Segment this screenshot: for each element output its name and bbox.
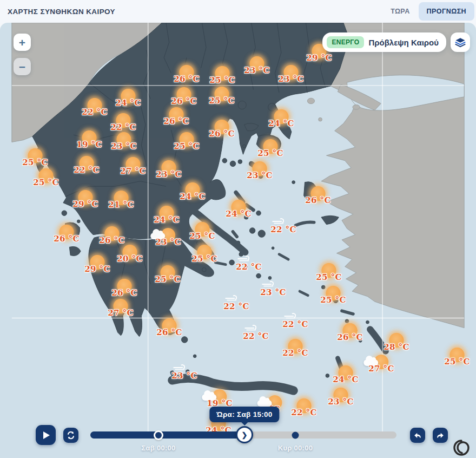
weather-marker[interactable]: 26 °C <box>60 225 74 239</box>
weather-marker[interactable]: 29 °C <box>78 190 93 205</box>
weather-marker[interactable]: 22 °C <box>288 339 303 354</box>
weather-marker[interactable]: 22 °C <box>297 398 312 413</box>
layers-button[interactable] <box>451 32 470 52</box>
weather-marker[interactable]: 28 °C <box>389 333 404 348</box>
map-canvas[interactable]: 29 °C26 °C25 °C23 °C23 °C24 °C22 °C26 °C… <box>0 23 476 458</box>
weather-marker[interactable]: 24 °C <box>232 200 246 214</box>
weather-marker[interactable]: 23 °C <box>250 56 265 71</box>
minus-icon: − <box>19 61 25 73</box>
weather-marker[interactable]: 24 °C <box>274 109 289 124</box>
temperature-label: 23 °C <box>247 171 273 180</box>
weather-marker[interactable]: 26 °C <box>162 318 177 333</box>
tab-forecast[interactable]: ΠΡΟΓΝΩΣΗ <box>419 2 474 21</box>
temperature-label: 29 °C <box>84 264 110 274</box>
play-button[interactable] <box>36 425 56 445</box>
weather-marker[interactable]: 25 °C <box>326 286 341 300</box>
time-tick-dot[interactable] <box>292 431 299 439</box>
weather-marker[interactable]: 26 °C <box>117 279 132 293</box>
temperature-label: 21 °C <box>108 200 134 210</box>
weather-map-app: ΧΑΡΤΗΣ ΣΥΝΘΗΚΩΝ ΚΑΙΡΟΥ ΤΩΡΑ ΠΡΟΓΝΩΣΗ <box>0 0 476 458</box>
weather-marker[interactable]: 24 °C <box>339 365 353 380</box>
weather-marker[interactable]: 24 °C <box>121 89 136 103</box>
weather-marker[interactable]: 26 °C <box>169 107 184 122</box>
weather-marker[interactable]: 25 °C <box>39 168 54 183</box>
weather-marker[interactable]: 27 °C <box>114 299 128 313</box>
temperature-label: 29 °C <box>306 53 332 63</box>
temperature-label: 26 °C <box>54 234 80 244</box>
step-back-button[interactable] <box>410 428 425 443</box>
time-tooltip: Ώρα: Σαβ 15:00 <box>209 407 279 422</box>
temperature-label: 23 °C <box>171 371 197 381</box>
temperature-label: 22 °C <box>110 122 136 132</box>
time-slider-fill <box>90 431 244 439</box>
weather-marker[interactable]: 25 °C <box>28 148 43 163</box>
tab-now[interactable]: ΤΩΡΑ <box>387 3 413 19</box>
weather-marker[interactable]: 26 °C <box>105 226 120 241</box>
weather-marker[interactable]: 25 °C <box>197 245 212 259</box>
temperature-label: 23 °C <box>111 141 137 151</box>
weather-marker[interactable]: 25 °C <box>161 265 175 280</box>
temperature-label: 22 °C <box>282 348 308 358</box>
weather-marker[interactable]: 22 °C <box>270 218 296 234</box>
weather-marker[interactable]: 25 °C <box>195 222 210 237</box>
forecast-layer-label: Πρόβλεψη Καιρού <box>368 38 439 47</box>
weather-marker[interactable]: 27 °C <box>368 355 394 374</box>
weather-marker[interactable]: 22 °C <box>243 325 269 341</box>
temperature-label: 28 °C <box>384 342 409 352</box>
temperature-label: 25 °C <box>33 178 59 187</box>
weather-marker[interactable]: 25 °C <box>322 263 336 278</box>
temperature-label: 23 °C <box>260 287 286 297</box>
weather-marker[interactable]: 23 °C <box>171 364 197 381</box>
weather-marker[interactable]: 22 °C <box>88 98 102 113</box>
weather-marker[interactable]: 23 °C <box>253 161 267 176</box>
weather-marker[interactable]: 20 °C <box>123 245 137 259</box>
weather-marker[interactable]: 23 °C <box>284 65 299 80</box>
weather-marker[interactable]: 22 °C <box>282 313 308 329</box>
wind-icon <box>244 325 256 331</box>
weather-marker[interactable]: 26 °C <box>180 65 194 80</box>
weather-marker[interactable]: 23 °C <box>260 281 286 297</box>
weather-marker[interactable]: 19 °C <box>207 389 233 408</box>
temperature-label: 27 °C <box>368 364 394 374</box>
temperature-label: 25 °C <box>444 357 470 367</box>
temperature-label: 25 °C <box>316 272 342 282</box>
weather-marker[interactable]: 29 °C <box>90 255 105 270</box>
weather-marker[interactable]: 22 °C <box>116 113 131 128</box>
attribution-logo[interactable] <box>452 439 471 457</box>
weather-marker[interactable]: 21 °C <box>114 191 129 205</box>
weather-marker[interactable]: 23 °C <box>117 132 131 147</box>
zoom-out-button[interactable]: − <box>14 58 31 75</box>
weather-marker[interactable]: 25 °C <box>180 132 194 147</box>
weather-marker[interactable]: 25 °C <box>263 139 278 154</box>
loop-button[interactable] <box>63 428 78 443</box>
weather-marker[interactable]: 25 °C <box>215 87 229 101</box>
weather-marker[interactable]: 25 °C <box>215 66 230 81</box>
temperature-label: 22 °C <box>74 165 100 175</box>
forecast-status-pill[interactable]: ΕΝΕΡΓΟ Πρόβλεψη Καιρού <box>322 32 446 52</box>
temperature-label: 26 °C <box>305 195 331 205</box>
weather-marker[interactable]: 22 °C <box>223 295 249 311</box>
weather-marker[interactable]: 24 °C <box>160 206 174 220</box>
loop-icon <box>67 431 75 440</box>
temperature-label: 25 °C <box>22 158 48 167</box>
weather-marker[interactable]: 23 °C <box>334 388 348 402</box>
time-slider-thumb[interactable]: ❯ <box>236 426 253 443</box>
weather-marker[interactable]: 26 °C <box>343 323 358 338</box>
weather-marker[interactable]: 26 °C <box>177 87 191 102</box>
step-forward-button[interactable] <box>433 428 448 443</box>
temperature-label: 24 °C <box>333 375 359 384</box>
weather-marker[interactable]: 23 °C <box>155 228 181 247</box>
time-tick-dot[interactable] <box>154 430 163 440</box>
weather-marker[interactable]: 27 °C <box>126 157 141 172</box>
weather-marker[interactable]: 26 °C <box>311 186 326 201</box>
temperature-label: 27 °C <box>108 308 134 318</box>
weather-marker[interactable]: 22 °C <box>236 256 262 272</box>
weather-marker[interactable]: 26 °C <box>215 120 229 134</box>
weather-marker[interactable]: 24 °C <box>186 182 200 197</box>
weather-marker[interactable]: 25 °C <box>450 348 465 362</box>
weather-marker[interactable]: 22 °C <box>80 156 94 171</box>
wind-icon <box>262 281 274 287</box>
weather-marker[interactable]: 19 °C <box>82 130 97 145</box>
weather-marker[interactable]: 23 °C <box>162 160 176 175</box>
zoom-in-button[interactable]: + <box>14 34 31 51</box>
